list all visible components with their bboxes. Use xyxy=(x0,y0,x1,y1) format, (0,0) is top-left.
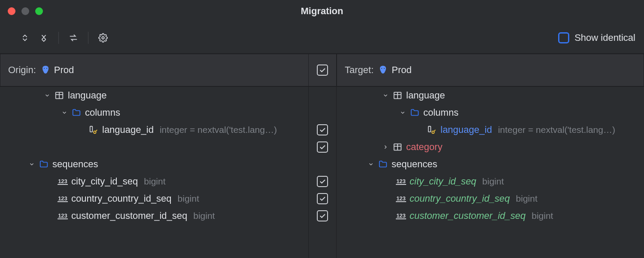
sequence-name: city_city_id_seq xyxy=(71,176,138,187)
column-type: integer = nextval('test.lang…) xyxy=(160,125,277,135)
chevron-down-icon[interactable] xyxy=(27,161,36,167)
folder-icon xyxy=(410,108,420,117)
expand-all-icon[interactable] xyxy=(19,32,31,44)
sequence-name: country_country_id_seq xyxy=(71,193,172,204)
tree-row-table[interactable]: category xyxy=(337,138,644,156)
chevron-down-icon[interactable] xyxy=(367,161,375,167)
sequence-type: bigint xyxy=(178,194,199,204)
table-name: category xyxy=(406,141,442,153)
sequence-type: bigint xyxy=(482,176,504,187)
origin-label: Origin: xyxy=(8,64,36,76)
tree-row-table[interactable]: language xyxy=(337,87,644,104)
sequence-icon: 123 xyxy=(396,196,406,202)
table-icon xyxy=(392,91,403,100)
row-checkbox[interactable] xyxy=(317,210,328,221)
toolbar-left xyxy=(19,32,109,44)
tree-row-sequence[interactable]: 123 country_country_id_seq bigint xyxy=(0,190,308,207)
column-name: language_id xyxy=(102,124,154,135)
mid-checkbox-row xyxy=(309,207,336,224)
toolbar-separator xyxy=(88,32,88,44)
tree-row-sequence[interactable]: 123 city_city_id_seq bigint xyxy=(337,173,644,190)
tree-row-folder[interactable]: columns xyxy=(337,104,644,121)
sequence-name: city_city_id_seq xyxy=(410,176,476,187)
titlebar: Migration xyxy=(0,0,644,22)
target-label: Target: xyxy=(345,64,374,76)
folder-name: columns xyxy=(85,107,120,118)
sequence-type: bigint xyxy=(144,176,165,187)
svg-point-0 xyxy=(102,37,104,39)
chevron-right-icon[interactable] xyxy=(381,144,390,150)
sequence-name: customer_customer_id_seq xyxy=(410,210,526,221)
mid-checkbox-row xyxy=(309,190,336,207)
target-name: Prod xyxy=(392,64,411,76)
chevron-down-icon[interactable] xyxy=(60,110,69,116)
mid-checkbox-row xyxy=(309,138,336,156)
chevron-down-icon[interactable] xyxy=(381,92,390,98)
traffic-lights xyxy=(8,7,43,15)
window-maximize-button[interactable] xyxy=(35,7,43,15)
mid-checkbox-row xyxy=(309,121,336,138)
postgres-icon xyxy=(378,65,388,75)
mid-spacer xyxy=(309,156,336,173)
table-name: language xyxy=(68,90,107,101)
toolbar: Show identical xyxy=(0,22,644,53)
folder-icon xyxy=(39,160,49,169)
column-type: integer = nextval('test.lang…) xyxy=(498,125,615,135)
row-checkbox[interactable] xyxy=(317,141,328,153)
window-title: Migration xyxy=(301,6,343,17)
tree-row-sequence[interactable]: 123 country_country_id_seq bigint xyxy=(337,190,644,207)
tree-row-sequence[interactable]: 123 customer_customer_id_seq bigint xyxy=(0,207,308,224)
spacer-row xyxy=(0,138,308,156)
tree-row-sequence[interactable]: 123 city_city_id_seq bigint xyxy=(0,173,308,190)
mid-spacer xyxy=(309,104,336,121)
show-identical-label: Show identical xyxy=(574,32,635,43)
column-key-icon xyxy=(88,125,99,135)
toolbar-separator xyxy=(58,32,59,44)
target-pane: language columns language_id integer = n… xyxy=(337,87,644,258)
window-minimize-button[interactable] xyxy=(21,7,29,15)
svg-rect-5 xyxy=(428,126,431,132)
folder-name: columns xyxy=(423,107,459,118)
table-icon xyxy=(392,142,403,152)
checkbox-pane xyxy=(308,87,337,258)
column-key-icon xyxy=(427,125,437,135)
sequence-icon: 123 xyxy=(58,213,68,219)
panes: language columns language_id integer = n… xyxy=(0,87,644,258)
sequence-name: country_country_id_seq xyxy=(410,193,510,204)
folder-name: sequences xyxy=(392,159,437,170)
gear-icon[interactable] xyxy=(97,32,109,44)
sequence-icon: 123 xyxy=(396,178,406,185)
table-icon xyxy=(54,91,64,100)
sequence-type: bigint xyxy=(532,211,553,221)
tree-row-sequence[interactable]: 123 customer_customer_id_seq bigint xyxy=(337,207,644,224)
mid-checkbox-row xyxy=(309,173,336,190)
sequence-icon: 123 xyxy=(58,178,68,185)
svg-rect-2 xyxy=(90,126,93,132)
header-mid-checkbox-cell xyxy=(308,54,337,86)
chevron-down-icon[interactable] xyxy=(398,110,407,116)
mid-spacer xyxy=(309,87,336,104)
chevron-down-icon[interactable] xyxy=(43,92,52,98)
tree-row-column[interactable]: language_id integer = nextval('test.lang… xyxy=(0,121,308,138)
window-close-button[interactable] xyxy=(8,7,15,15)
tree-row-folder[interactable]: sequences xyxy=(0,156,308,173)
origin-pane: language columns language_id integer = n… xyxy=(0,87,308,258)
row-checkbox[interactable] xyxy=(317,124,328,135)
folder-icon xyxy=(71,108,82,117)
tree-row-folder[interactable]: sequences xyxy=(337,156,644,173)
select-all-checkbox[interactable] xyxy=(317,64,328,76)
sequence-icon: 123 xyxy=(58,196,68,202)
sequence-name: customer_customer_id_seq xyxy=(71,210,187,221)
row-checkbox[interactable] xyxy=(317,193,328,204)
tree-row-folder[interactable]: columns xyxy=(0,104,308,121)
row-checkbox[interactable] xyxy=(317,176,328,187)
origin-name: Prod xyxy=(54,64,74,76)
postgres-icon xyxy=(40,65,51,75)
tree-row-table[interactable]: language xyxy=(0,87,308,104)
show-identical-toggle[interactable]: Show identical xyxy=(558,32,635,43)
tree-row-column[interactable]: language_id integer = nextval('test.lang… xyxy=(337,121,644,138)
collapse-all-icon[interactable] xyxy=(38,32,50,44)
show-identical-checkbox[interactable] xyxy=(558,32,569,43)
table-name: language xyxy=(406,90,445,101)
swap-icon[interactable] xyxy=(67,32,79,44)
